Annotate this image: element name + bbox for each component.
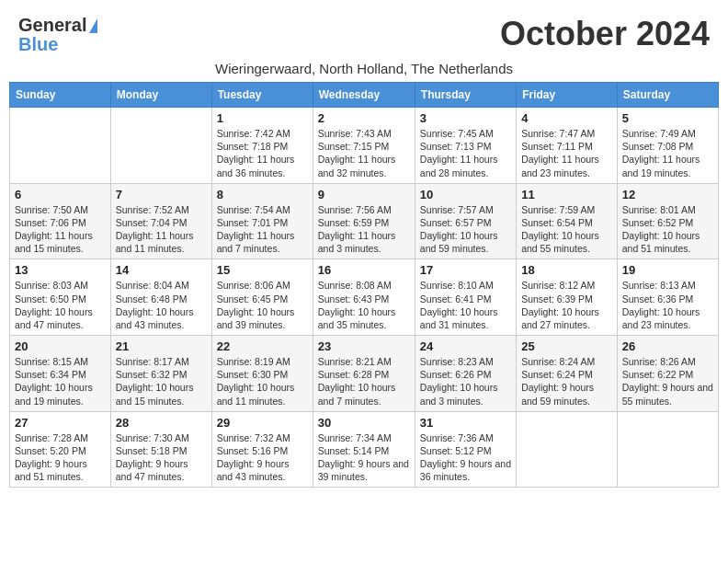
sunrise-text: Sunrise: 7:36 AM [420,431,511,444]
day-info: Sunrise: 8:21 AMSunset: 6:28 PMDaylight:… [318,355,410,408]
sunrise-text: Sunrise: 7:32 AM [217,431,308,444]
month-title: October 2024 [500,15,710,53]
sunrise-text: Sunrise: 7:28 AM [15,431,106,444]
day-info: Sunrise: 8:24 AMSunset: 6:24 PMDaylight:… [521,355,612,408]
calendar-cell: 1Sunrise: 7:42 AMSunset: 7:18 PMDaylight… [211,108,313,184]
sunset-text: Sunset: 5:12 PM [420,444,511,457]
sunset-text: Sunset: 7:13 PM [420,140,511,153]
daylight-text: Daylight: 11 hours and 15 minutes. [15,229,106,255]
weekday-header-saturday: Saturday [617,83,718,108]
sunset-text: Sunset: 7:06 PM [15,216,106,229]
sunset-text: Sunset: 5:16 PM [217,444,308,457]
daylight-text: Daylight: 10 hours and 23 minutes. [622,305,713,331]
day-number: 9 [318,188,410,201]
calendar-cell: 22Sunrise: 8:19 AMSunset: 6:30 PMDayligh… [211,336,313,412]
calendar-cell: 15Sunrise: 8:06 AMSunset: 6:45 PMDayligh… [211,259,313,336]
daylight-text: Daylight: 10 hours and 55 minutes. [521,229,612,255]
sunrise-text: Sunrise: 8:12 AM [521,279,612,292]
sunrise-text: Sunrise: 7:45 AM [420,127,511,140]
day-info: Sunrise: 7:30 AMSunset: 5:18 PMDaylight:… [116,431,207,484]
daylight-text: Daylight: 9 hours and 39 minutes. [318,457,410,483]
sunrise-text: Sunrise: 8:13 AM [622,279,713,292]
daylight-text: Daylight: 9 hours and 55 minutes. [622,381,713,407]
calendar-cell: 4Sunrise: 7:47 AMSunset: 7:11 PMDaylight… [517,108,618,184]
sunrise-text: Sunrise: 8:10 AM [420,279,511,292]
calendar-cell [517,411,618,488]
day-number: 7 [116,188,207,201]
calendar-week-row: 20Sunrise: 8:15 AMSunset: 6:34 PMDayligh… [10,336,719,412]
day-info: Sunrise: 7:54 AMSunset: 7:01 PMDaylight:… [217,203,308,256]
daylight-text: Daylight: 10 hours and 39 minutes. [217,305,308,331]
sunrise-text: Sunrise: 8:17 AM [116,355,207,368]
day-number: 10 [420,188,511,201]
daylight-text: Daylight: 11 hours and 11 minutes. [116,229,207,255]
daylight-text: Daylight: 10 hours and 27 minutes. [521,305,612,331]
calendar-cell: 5Sunrise: 7:49 AMSunset: 7:08 PMDaylight… [617,108,718,184]
calendar-cell [10,108,111,184]
day-number: 2 [318,111,410,125]
calendar-cell [110,108,211,184]
calendar-cell: 12Sunrise: 8:01 AMSunset: 6:52 PMDayligh… [617,183,718,259]
calendar-cell: 19Sunrise: 8:13 AMSunset: 6:36 PMDayligh… [617,259,718,336]
calendar-cell: 21Sunrise: 8:17 AMSunset: 6:32 PMDayligh… [110,336,211,412]
day-number: 15 [217,263,308,277]
sunrise-text: Sunrise: 7:47 AM [521,127,612,140]
sunset-text: Sunset: 6:36 PM [622,293,713,305]
day-number: 24 [420,339,511,353]
sunset-text: Sunset: 6:22 PM [622,368,713,381]
daylight-text: Daylight: 10 hours and 19 minutes. [15,381,106,407]
sunset-text: Sunset: 6:57 PM [420,216,511,229]
sunset-text: Sunset: 6:45 PM [217,293,308,305]
daylight-text: Daylight: 10 hours and 35 minutes. [318,305,410,331]
day-info: Sunrise: 8:13 AMSunset: 6:36 PMDaylight:… [622,279,713,331]
daylight-text: Daylight: 9 hours and 47 minutes. [116,457,207,483]
daylight-text: Daylight: 9 hours and 36 minutes. [420,457,511,483]
calendar-table: SundayMondayTuesdayWednesdayThursdayFrid… [9,82,719,488]
daylight-text: Daylight: 10 hours and 11 minutes. [217,381,308,407]
calendar-cell: 3Sunrise: 7:45 AMSunset: 7:13 PMDaylight… [415,108,516,184]
sunrise-text: Sunrise: 7:56 AM [318,203,410,216]
daylight-text: Daylight: 11 hours and 7 minutes. [217,229,308,255]
daylight-text: Daylight: 9 hours and 59 minutes. [521,381,612,407]
day-info: Sunrise: 8:10 AMSunset: 6:41 PMDaylight:… [420,279,511,331]
calendar-cell: 8Sunrise: 7:54 AMSunset: 7:01 PMDaylight… [211,183,313,259]
day-number: 27 [15,416,106,430]
logo-blue: Blue [18,34,58,55]
day-info: Sunrise: 7:52 AMSunset: 7:04 PMDaylight:… [116,203,207,256]
calendar-cell: 17Sunrise: 8:10 AMSunset: 6:41 PMDayligh… [415,259,516,336]
day-info: Sunrise: 8:19 AMSunset: 6:30 PMDaylight:… [217,355,308,408]
weekday-header-wednesday: Wednesday [313,83,415,108]
calendar-cell: 29Sunrise: 7:32 AMSunset: 5:16 PMDayligh… [211,411,313,488]
sunrise-text: Sunrise: 8:21 AM [318,355,410,368]
sunset-text: Sunset: 6:32 PM [116,368,207,381]
day-info: Sunrise: 7:32 AMSunset: 5:16 PMDaylight:… [217,431,308,484]
daylight-text: Daylight: 10 hours and 7 minutes. [318,381,410,407]
logo-general: General [18,15,86,36]
day-info: Sunrise: 8:26 AMSunset: 6:22 PMDaylight:… [622,355,713,408]
day-info: Sunrise: 8:04 AMSunset: 6:48 PMDaylight:… [116,279,207,331]
sunset-text: Sunset: 6:54 PM [521,216,612,229]
day-number: 11 [521,188,612,201]
calendar-cell: 16Sunrise: 8:08 AMSunset: 6:43 PMDayligh… [313,259,415,336]
calendar-cell: 9Sunrise: 7:56 AMSunset: 6:59 PMDaylight… [313,183,415,259]
day-info: Sunrise: 7:45 AMSunset: 7:13 PMDaylight:… [420,127,511,179]
weekday-header-thursday: Thursday [415,83,516,108]
location-title: Wieringerwaard, North Holland, The Nethe… [9,61,719,76]
day-info: Sunrise: 8:12 AMSunset: 6:39 PMDaylight:… [521,279,612,331]
calendar-cell: 31Sunrise: 7:36 AMSunset: 5:12 PMDayligh… [415,411,516,488]
sunset-text: Sunset: 6:41 PM [420,293,511,305]
calendar-cell: 27Sunrise: 7:28 AMSunset: 5:20 PMDayligh… [10,411,111,488]
logo-triangle-icon [89,18,97,33]
calendar-cell: 18Sunrise: 8:12 AMSunset: 6:39 PMDayligh… [517,259,618,336]
sunset-text: Sunset: 6:43 PM [318,293,410,305]
daylight-text: Daylight: 11 hours and 28 minutes. [420,153,511,178]
day-info: Sunrise: 7:43 AMSunset: 7:15 PMDaylight:… [318,127,410,179]
sunset-text: Sunset: 5:20 PM [15,444,106,457]
sunset-text: Sunset: 7:18 PM [217,140,308,153]
day-info: Sunrise: 7:42 AMSunset: 7:18 PMDaylight:… [217,127,308,179]
day-info: Sunrise: 8:17 AMSunset: 6:32 PMDaylight:… [116,355,207,408]
day-number: 22 [217,339,308,353]
day-info: Sunrise: 7:47 AMSunset: 7:11 PMDaylight:… [521,127,612,179]
sunset-text: Sunset: 7:15 PM [318,140,410,153]
day-number: 14 [116,263,207,277]
